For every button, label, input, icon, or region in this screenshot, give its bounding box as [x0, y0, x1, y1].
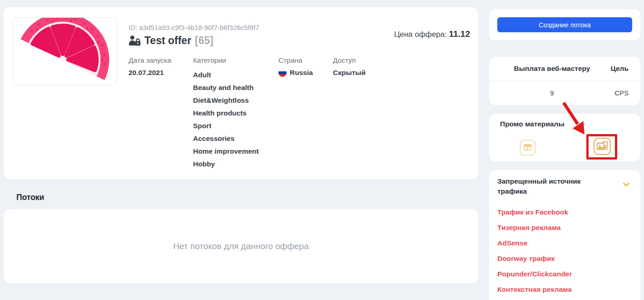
offer-price: Цена оффера: 11.12 — [394, 29, 470, 39]
promo-materials-card: Промо материалы — [489, 114, 640, 161]
categories-list: AdultBeauty and healthDiet&WeightlossHea… — [193, 69, 278, 170]
goal-header-label: Цель — [603, 65, 629, 73]
forbidden-sources-title: Запрещенный источник трафика — [497, 176, 593, 196]
offer-price-label: Цена оффера: — [394, 30, 449, 39]
streams-empty-card: Нет потоков для данного оффера — [4, 209, 478, 283]
streams-empty-text: Нет потоков для данного оффера — [173, 241, 308, 251]
offer-card: ID: a3d51a93-c9f3-4b18-90f7-b6f326c5f8f7… — [4, 7, 478, 179]
streams-heading: Потоки — [16, 193, 44, 202]
country-value: Russia — [290, 69, 313, 77]
offer-image — [13, 17, 117, 85]
forbidden-source-link[interactable]: Трафик из Facebook — [497, 205, 629, 220]
forbidden-sources-list: Трафик из FacebookТизерная рекламаAdSens… — [497, 205, 629, 300]
offer-title-row: Test offer [65] — [129, 35, 213, 47]
create-stream-button[interactable]: Создание потока — [497, 17, 632, 32]
forbidden-source-link[interactable]: Doorway трафик — [497, 251, 629, 266]
banners-gallery-icon[interactable] — [593, 137, 611, 156]
country-label: Страна — [278, 56, 333, 65]
russia-flag-icon — [278, 69, 287, 77]
chevron-down-icon[interactable] — [623, 183, 629, 187]
forbidden-source-link[interactable]: Tiktok — [497, 297, 629, 300]
person-lock-icon — [129, 35, 141, 46]
offer-details: Дата запуска 20.07.2021 Категории AdultB… — [129, 56, 366, 170]
category-item: Accessories — [193, 132, 278, 145]
forbidden-sources-card: Запрещенный источник трафика Трафик из F… — [489, 170, 640, 300]
access-label: Доступ — [333, 56, 366, 65]
create-stream-card: Создание потока — [489, 9, 640, 40]
forbidden-source-link[interactable]: AdSense — [497, 235, 629, 251]
forbidden-source-link[interactable]: Popunder/Clickcander — [497, 266, 629, 282]
category-item: Beauty and health — [193, 81, 278, 94]
promo-materials-title: Промо материалы — [500, 120, 565, 128]
offer-price-value: 11.12 — [449, 29, 471, 39]
forbidden-sources-header[interactable]: Запрещенный источник трафика — [497, 176, 629, 196]
categories-label: Категории — [193, 56, 278, 65]
forbidden-source-link[interactable]: Контекстная реклама — [497, 282, 629, 297]
payout-value: 9 — [501, 89, 603, 97]
category-item: Health products — [193, 107, 278, 120]
access-column: Доступ Скрытый — [333, 56, 366, 170]
launch-date-label: Дата запуска — [129, 56, 193, 65]
citrus-slice-illustration — [13, 18, 117, 85]
offer-title: Test offer — [144, 35, 191, 47]
launch-date-column: Дата запуска 20.07.2021 — [129, 56, 193, 170]
landing-pages-icon[interactable] — [520, 140, 536, 156]
payout-table-header: Выплата веб-мастеру Цель — [489, 57, 640, 81]
forbidden-source-link[interactable]: Тизерная реклама — [497, 220, 629, 235]
category-item: Home improvement — [193, 145, 278, 158]
payout-table-row: 9 CPS — [489, 81, 640, 105]
country-column: Страна Russia — [278, 56, 333, 170]
category-item: Sport — [193, 120, 278, 132]
category-item: Adult — [193, 69, 278, 81]
category-item: Diet&Weightloss — [193, 94, 278, 107]
categories-column: Категории AdultBeauty and healthDiet&Wei… — [193, 56, 278, 170]
offer-title-suffix: [65] — [195, 35, 213, 47]
launch-date-value: 20.07.2021 — [129, 69, 193, 77]
offer-id: ID: a3d51a93-c9f3-4b18-90f7-b6f326c5f8f7 — [129, 24, 259, 31]
payout-card: Выплата веб-мастеру Цель 9 CPS — [489, 57, 640, 105]
category-item: Hobby — [193, 158, 278, 170]
access-value: Скрытый — [333, 69, 366, 77]
goal-value: CPS — [603, 89, 629, 97]
payout-header-label: Выплата веб-мастеру — [501, 65, 603, 73]
